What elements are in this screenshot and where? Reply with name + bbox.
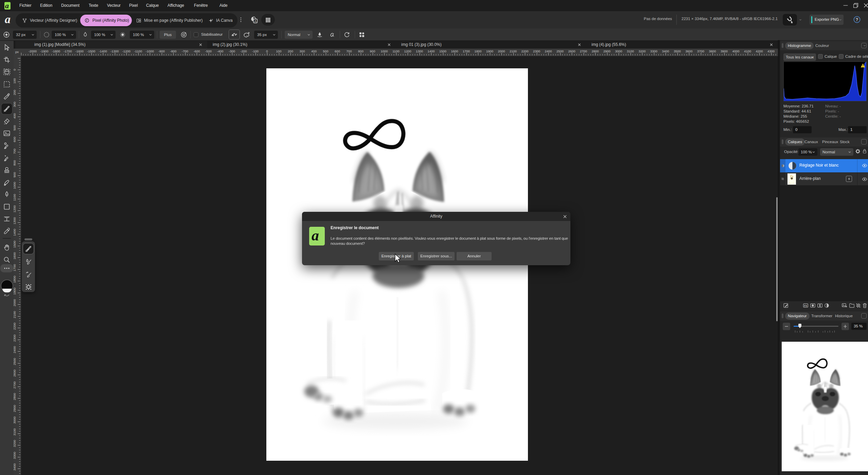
svg-text:FX: FX <box>804 304 808 307</box>
svg-text:?: ? <box>856 17 858 22</box>
svg-text:A: A <box>254 19 256 23</box>
